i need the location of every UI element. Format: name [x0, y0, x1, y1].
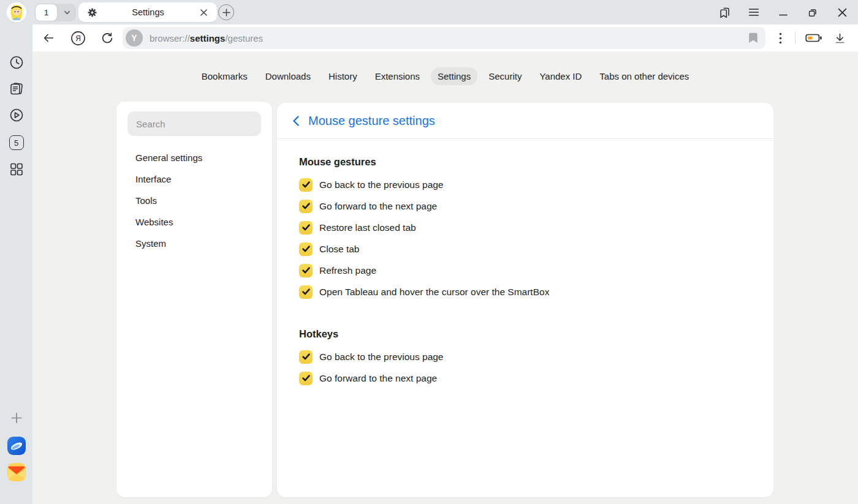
settings-nav-tab[interactable]: Downloads	[259, 67, 317, 85]
services-grid-icon[interactable]	[9, 162, 24, 177]
checkbox-checked[interactable]	[299, 350, 313, 364]
page-title: Mouse gesture settings	[308, 114, 435, 128]
settings-nav-tab[interactable]: Tabs on other devices	[593, 67, 696, 85]
restore-window-button[interactable]	[798, 0, 827, 24]
tab-count[interactable]: 1	[35, 4, 58, 21]
checkmark-icon	[302, 181, 310, 188]
toolbar-more-menu-button[interactable]	[772, 29, 789, 47]
checkbox-label: Go back to the previous page	[319, 179, 444, 190]
plus-icon	[222, 9, 230, 17]
checkmark-icon	[302, 246, 310, 252]
gesture-settings-header: Mouse gesture settings	[277, 103, 773, 139]
tab-counter-control[interactable]: 1	[35, 4, 76, 21]
feed-icon[interactable]	[8, 81, 25, 97]
checkbox-label: Go forward to the next page	[319, 201, 437, 212]
address-bar[interactable]: Y browser://settings/gestures	[123, 27, 765, 49]
checkbox-checked[interactable]	[299, 221, 313, 235]
add-panel-icon[interactable]	[10, 412, 22, 424]
checkbox-checked[interactable]	[299, 178, 313, 192]
yandex-browser-app-icon[interactable]	[7, 437, 26, 455]
back-button[interactable]	[40, 29, 57, 47]
hotkeys-list: Go back to the previous page Go forward …	[299, 346, 749, 389]
checkmark-icon	[302, 224, 310, 231]
active-tab[interactable]: Settings	[78, 2, 217, 22]
checkbox-checked[interactable]	[299, 285, 313, 299]
checkbox-checked[interactable]	[299, 200, 313, 213]
back-chevron-icon[interactable]	[290, 113, 302, 129]
checkbox-row[interactable]: Go back to the previous page	[299, 346, 749, 367]
checkbox-label: Open Tableau and hover the cursor over t…	[319, 287, 549, 298]
settings-category-item[interactable]: Tools	[116, 190, 272, 211]
checkbox-label: Go forward to the next page	[319, 373, 437, 384]
gesture-settings-card: Mouse gesture settings Mouse gestures Go…	[277, 103, 773, 497]
url-path: /gestures	[225, 33, 263, 43]
browser-toolbar: Я Y browser://settings/gestures	[32, 24, 858, 51]
side-panel-bookmarks-button[interactable]	[710, 0, 739, 24]
yandex-mail-app-icon[interactable]	[7, 463, 26, 481]
settings-category-list: General settings Interface Tools Website…	[116, 147, 272, 254]
settings-category-item[interactable]: System	[116, 233, 272, 254]
checkbox-checked[interactable]	[299, 264, 313, 277]
url-prefix: browser://	[150, 33, 190, 43]
tab-strip: 1 Settings	[0, 0, 858, 24]
checkmark-icon	[302, 267, 310, 274]
checkbox-row[interactable]: Go forward to the next page	[299, 367, 749, 389]
url-text[interactable]: browser://settings/gestures	[150, 33, 263, 43]
minimize-button[interactable]	[769, 0, 798, 24]
settings-nav-tab[interactable]: Security	[482, 67, 528, 85]
mouse-gestures-list: Go back to the previous page Go forward …	[299, 174, 749, 303]
settings-nav-tab[interactable]: Yandex ID	[533, 67, 588, 85]
checkbox-row[interactable]: Open Tableau and hover the cursor over t…	[299, 281, 749, 303]
history-clock-icon[interactable]	[9, 55, 25, 70]
left-sidebar-rail: 5	[0, 24, 32, 504]
checkmark-icon	[302, 288, 310, 295]
section-heading-hotkeys: Hotkeys	[299, 328, 749, 340]
checkbox-row[interactable]: Go forward to the next page	[299, 195, 749, 217]
checkmark-icon	[302, 353, 310, 360]
section-heading-mouse-gestures: Mouse gestures	[299, 156, 749, 168]
tab-count-badge[interactable]: 5	[9, 135, 24, 150]
close-window-button[interactable]	[827, 0, 857, 24]
checkbox-label: Refresh page	[319, 265, 376, 276]
gear-icon	[87, 7, 97, 18]
checkbox-row[interactable]: Refresh page	[299, 260, 749, 281]
settings-category-item[interactable]: Interface	[116, 168, 272, 190]
settings-category-item[interactable]: General settings	[116, 147, 272, 168]
battery-saver-button[interactable]	[805, 29, 822, 47]
tab-title: Settings	[97, 7, 199, 17]
checkbox-checked[interactable]	[299, 372, 313, 385]
settings-nav-tab[interactable]: Bookmarks	[195, 67, 254, 85]
settings-nav-tabs: Bookmarks Downloads History Extensions S…	[32, 67, 858, 85]
profile-avatar[interactable]	[7, 2, 26, 22]
settings-nav-tab[interactable]: Extensions	[368, 67, 427, 85]
avatar-girl-illustration	[7, 2, 26, 22]
tab-close-icon[interactable]	[199, 7, 209, 18]
settings-nav-tab[interactable]: History	[322, 67, 364, 85]
new-tab-button[interactable]	[218, 4, 234, 20]
checkbox-label: Restore last closed tab	[319, 222, 416, 233]
settings-search-input[interactable]	[127, 111, 261, 136]
settings-sidebar-card: General settings Interface Tools Website…	[116, 102, 272, 497]
checkmark-icon	[302, 203, 310, 209]
browser-menu-button[interactable]	[739, 0, 769, 24]
yandex-home-button[interactable]: Я	[69, 29, 86, 47]
tab-count-badge-number: 5	[14, 138, 18, 148]
checkmark-icon	[302, 375, 310, 382]
checkbox-row[interactable]: Close tab	[299, 238, 749, 260]
window-controls	[710, 0, 857, 24]
checkbox-row[interactable]: Restore last closed tab	[299, 217, 749, 238]
settings-nav-tab[interactable]: Settings	[431, 67, 477, 85]
checkbox-row[interactable]: Go back to the previous page	[299, 174, 749, 195]
gesture-settings-body: Mouse gestures Go back to the previous p…	[277, 156, 773, 389]
url-domain: settings	[190, 33, 226, 43]
checkbox-label: Close tab	[319, 244, 359, 255]
video-play-icon[interactable]	[9, 107, 25, 123]
downloads-button[interactable]	[831, 29, 848, 47]
refresh-button[interactable]	[99, 29, 116, 47]
svg-text:Я: Я	[75, 34, 81, 42]
checkbox-checked[interactable]	[299, 243, 313, 256]
bookmark-page-icon[interactable]	[748, 32, 758, 43]
checkbox-label: Go back to the previous page	[319, 352, 444, 363]
settings-category-item[interactable]: Websites	[116, 211, 272, 233]
chevron-down-icon[interactable]	[58, 9, 76, 17]
